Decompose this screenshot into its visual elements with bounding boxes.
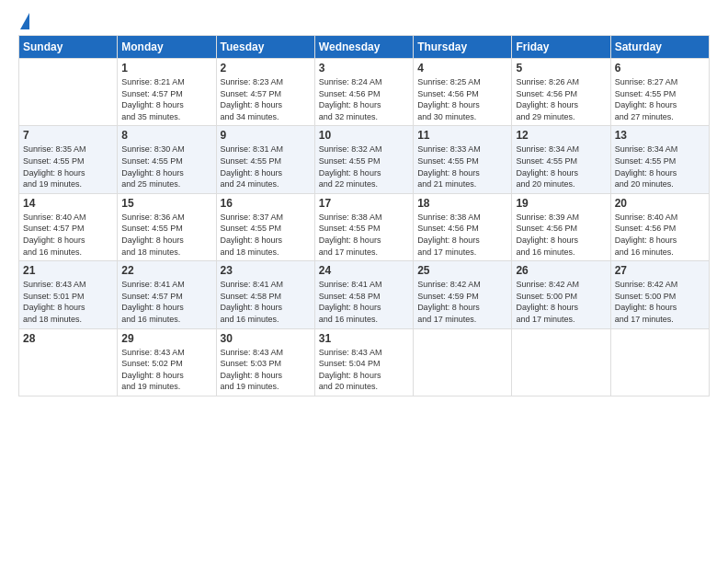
calendar-cell: 15Sunrise: 8:36 AM Sunset: 4:55 PM Dayli… bbox=[118, 193, 216, 260]
calendar-cell: 21Sunrise: 8:43 AM Sunset: 5:01 PM Dayli… bbox=[19, 261, 118, 328]
day-info: Sunrise: 8:42 AM Sunset: 5:00 PM Dayligh… bbox=[615, 279, 705, 325]
calendar-cell: 18Sunrise: 8:38 AM Sunset: 4:56 PM Dayli… bbox=[414, 193, 512, 260]
day-number: 18 bbox=[417, 197, 507, 210]
day-number: 20 bbox=[615, 197, 705, 210]
calendar-cell: 16Sunrise: 8:37 AM Sunset: 4:55 PM Dayli… bbox=[216, 193, 314, 260]
day-number: 16 bbox=[221, 197, 311, 210]
day-number: 17 bbox=[319, 197, 409, 210]
day-info: Sunrise: 8:39 AM Sunset: 4:56 PM Dayligh… bbox=[516, 212, 606, 258]
calendar-cell: 9Sunrise: 8:31 AM Sunset: 4:55 PM Daylig… bbox=[216, 126, 314, 193]
calendar-cell: 30Sunrise: 8:43 AM Sunset: 5:03 PM Dayli… bbox=[216, 328, 314, 396]
day-number: 6 bbox=[615, 62, 705, 75]
week-row-5: 2829Sunrise: 8:43 AM Sunset: 5:02 PM Day… bbox=[19, 328, 710, 396]
day-info: Sunrise: 8:25 AM Sunset: 4:56 PM Dayligh… bbox=[417, 76, 507, 122]
day-number: 21 bbox=[23, 264, 113, 277]
day-number: 13 bbox=[615, 129, 705, 142]
day-number: 10 bbox=[319, 129, 409, 142]
week-row-2: 7Sunrise: 8:35 AM Sunset: 4:55 PM Daylig… bbox=[19, 126, 710, 193]
day-info: Sunrise: 8:38 AM Sunset: 4:56 PM Dayligh… bbox=[417, 212, 507, 258]
calendar-cell: 28 bbox=[19, 328, 118, 396]
calendar-cell: 22Sunrise: 8:41 AM Sunset: 4:57 PM Dayli… bbox=[118, 261, 216, 328]
day-number: 11 bbox=[417, 129, 507, 142]
day-number: 4 bbox=[417, 62, 507, 75]
calendar-cell: 7Sunrise: 8:35 AM Sunset: 4:55 PM Daylig… bbox=[19, 126, 118, 193]
calendar-cell: 25Sunrise: 8:42 AM Sunset: 4:59 PM Dayli… bbox=[414, 261, 512, 328]
week-row-1: 1Sunrise: 8:21 AM Sunset: 4:57 PM Daylig… bbox=[19, 59, 710, 126]
calendar-cell: 29Sunrise: 8:43 AM Sunset: 5:02 PM Dayli… bbox=[118, 328, 216, 396]
day-info: Sunrise: 8:43 AM Sunset: 5:01 PM Dayligh… bbox=[23, 279, 113, 325]
day-info: Sunrise: 8:43 AM Sunset: 5:03 PM Dayligh… bbox=[221, 347, 311, 393]
day-number: 7 bbox=[23, 129, 113, 142]
logo bbox=[18, 17, 29, 26]
day-number: 1 bbox=[121, 62, 211, 75]
calendar-cell: 3Sunrise: 8:24 AM Sunset: 4:56 PM Daylig… bbox=[314, 59, 413, 126]
calendar-cell: 13Sunrise: 8:34 AM Sunset: 4:55 PM Dayli… bbox=[610, 126, 709, 193]
day-info: Sunrise: 8:34 AM Sunset: 4:55 PM Dayligh… bbox=[516, 144, 606, 190]
day-info: Sunrise: 8:36 AM Sunset: 4:55 PM Dayligh… bbox=[121, 212, 211, 258]
day-info: Sunrise: 8:41 AM Sunset: 4:58 PM Dayligh… bbox=[319, 279, 409, 325]
calendar-cell: 6Sunrise: 8:27 AM Sunset: 4:55 PM Daylig… bbox=[610, 59, 709, 126]
header bbox=[18, 17, 710, 26]
weekday-header-sunday: Sunday bbox=[19, 36, 118, 59]
calendar-cell: 1Sunrise: 8:21 AM Sunset: 4:57 PM Daylig… bbox=[118, 59, 216, 126]
day-number: 14 bbox=[23, 197, 113, 210]
weekday-header-saturday: Saturday bbox=[610, 36, 709, 59]
calendar-cell: 14Sunrise: 8:40 AM Sunset: 4:57 PM Dayli… bbox=[19, 193, 118, 260]
day-info: Sunrise: 8:40 AM Sunset: 4:56 PM Dayligh… bbox=[615, 212, 705, 258]
day-number: 23 bbox=[221, 264, 311, 277]
day-info: Sunrise: 8:40 AM Sunset: 4:57 PM Dayligh… bbox=[23, 212, 113, 258]
day-info: Sunrise: 8:43 AM Sunset: 5:02 PM Dayligh… bbox=[121, 347, 211, 393]
day-info: Sunrise: 8:23 AM Sunset: 4:57 PM Dayligh… bbox=[221, 76, 311, 122]
day-info: Sunrise: 8:30 AM Sunset: 4:55 PM Dayligh… bbox=[121, 144, 211, 190]
day-info: Sunrise: 8:32 AM Sunset: 4:55 PM Dayligh… bbox=[319, 144, 409, 190]
calendar-cell: 5Sunrise: 8:26 AM Sunset: 4:56 PM Daylig… bbox=[512, 59, 610, 126]
calendar-cell: 23Sunrise: 8:41 AM Sunset: 4:58 PM Dayli… bbox=[216, 261, 314, 328]
calendar-cell: 8Sunrise: 8:30 AM Sunset: 4:55 PM Daylig… bbox=[118, 126, 216, 193]
day-number: 8 bbox=[121, 129, 211, 142]
day-number: 27 bbox=[615, 264, 705, 277]
day-number: 5 bbox=[516, 62, 606, 75]
weekday-header-thursday: Thursday bbox=[414, 36, 512, 59]
day-number: 28 bbox=[23, 332, 113, 345]
day-info: Sunrise: 8:21 AM Sunset: 4:57 PM Dayligh… bbox=[121, 76, 211, 122]
day-info: Sunrise: 8:42 AM Sunset: 4:59 PM Dayligh… bbox=[417, 279, 507, 325]
day-info: Sunrise: 8:38 AM Sunset: 4:55 PM Dayligh… bbox=[319, 212, 409, 258]
day-number: 25 bbox=[417, 264, 507, 277]
calendar-cell bbox=[610, 328, 709, 396]
day-info: Sunrise: 8:26 AM Sunset: 4:56 PM Dayligh… bbox=[516, 76, 606, 122]
day-info: Sunrise: 8:34 AM Sunset: 4:55 PM Dayligh… bbox=[615, 144, 705, 190]
day-info: Sunrise: 8:41 AM Sunset: 4:57 PM Dayligh… bbox=[121, 279, 211, 325]
page: SundayMondayTuesdayWednesdayThursdayFrid… bbox=[0, 0, 728, 563]
day-number: 24 bbox=[319, 264, 409, 277]
calendar-cell: 24Sunrise: 8:41 AM Sunset: 4:58 PM Dayli… bbox=[314, 261, 413, 328]
calendar: SundayMondayTuesdayWednesdayThursdayFrid… bbox=[18, 35, 710, 396]
day-info: Sunrise: 8:41 AM Sunset: 4:58 PM Dayligh… bbox=[221, 279, 311, 325]
calendar-cell: 19Sunrise: 8:39 AM Sunset: 4:56 PM Dayli… bbox=[512, 193, 610, 260]
calendar-cell bbox=[512, 328, 610, 396]
day-number: 29 bbox=[121, 332, 211, 345]
day-info: Sunrise: 8:35 AM Sunset: 4:55 PM Dayligh… bbox=[23, 144, 113, 190]
day-info: Sunrise: 8:42 AM Sunset: 5:00 PM Dayligh… bbox=[516, 279, 606, 325]
day-number: 31 bbox=[319, 332, 409, 345]
calendar-cell bbox=[414, 328, 512, 396]
calendar-cell: 12Sunrise: 8:34 AM Sunset: 4:55 PM Dayli… bbox=[512, 126, 610, 193]
calendar-cell: 4Sunrise: 8:25 AM Sunset: 4:56 PM Daylig… bbox=[414, 59, 512, 126]
calendar-cell: 27Sunrise: 8:42 AM Sunset: 5:00 PM Dayli… bbox=[610, 261, 709, 328]
calendar-cell: 10Sunrise: 8:32 AM Sunset: 4:55 PM Dayli… bbox=[314, 126, 413, 193]
day-number: 26 bbox=[516, 264, 606, 277]
day-number: 9 bbox=[221, 129, 311, 142]
calendar-cell: 31Sunrise: 8:43 AM Sunset: 5:04 PM Dayli… bbox=[314, 328, 413, 396]
day-number: 19 bbox=[516, 197, 606, 210]
day-number: 15 bbox=[121, 197, 211, 210]
weekday-header-row: SundayMondayTuesdayWednesdayThursdayFrid… bbox=[19, 36, 710, 59]
day-number: 3 bbox=[319, 62, 409, 75]
weekday-header-friday: Friday bbox=[512, 36, 610, 59]
day-number: 12 bbox=[516, 129, 606, 142]
calendar-cell bbox=[19, 59, 118, 126]
day-number: 2 bbox=[221, 62, 311, 75]
calendar-cell: 17Sunrise: 8:38 AM Sunset: 4:55 PM Dayli… bbox=[314, 193, 413, 260]
calendar-cell: 11Sunrise: 8:33 AM Sunset: 4:55 PM Dayli… bbox=[414, 126, 512, 193]
day-info: Sunrise: 8:33 AM Sunset: 4:55 PM Dayligh… bbox=[417, 144, 507, 190]
day-info: Sunrise: 8:43 AM Sunset: 5:04 PM Dayligh… bbox=[319, 347, 409, 393]
weekday-header-wednesday: Wednesday bbox=[314, 36, 413, 59]
